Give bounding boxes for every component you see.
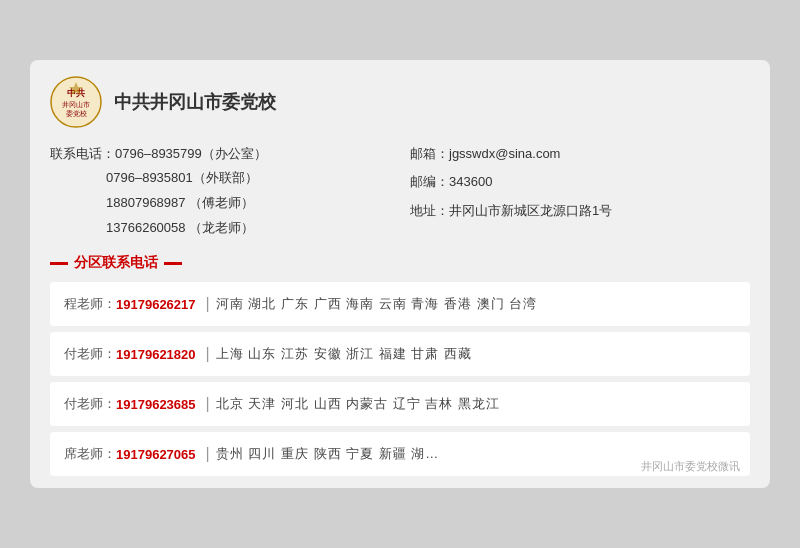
address-label: 地址： bbox=[410, 203, 449, 218]
section-divider: 分区联系电话 bbox=[50, 254, 750, 272]
separator-4: | bbox=[206, 445, 210, 463]
email-row: 邮箱：jgsswdx@sina.com bbox=[410, 142, 750, 167]
region-list: 程老师： 19179626217 | 河南 湖北 广东 广西 海南 云南 青海 … bbox=[50, 282, 750, 476]
phone-1: 0796–8935799（办公室） bbox=[115, 146, 267, 161]
region-item-2: 付老师： 19179621820 | 上海 山东 江苏 安徽 浙江 福建 甘肃 … bbox=[50, 332, 750, 376]
contact-grid: 联系电话：0796–8935799（办公室） 0796–8935801（外联部）… bbox=[50, 142, 750, 241]
region-item-1: 程老师： 19179626217 | 河南 湖北 广东 广西 海南 云南 青海 … bbox=[50, 282, 750, 326]
phone-label: 联系电话： bbox=[50, 146, 115, 161]
divider-line-left bbox=[50, 262, 68, 265]
teacher-name-1: 程老师： bbox=[64, 295, 116, 313]
regions-1: 河南 湖北 广东 广西 海南 云南 青海 香港 澳门 台湾 bbox=[216, 295, 538, 313]
zip-row: 邮编：343600 bbox=[410, 170, 750, 195]
teacher-phone-4: 19179627065 bbox=[116, 447, 196, 462]
phone-4: 13766260058 （龙老师） bbox=[106, 220, 254, 235]
zip-label: 邮编： bbox=[410, 174, 449, 189]
email-label: 邮箱： bbox=[410, 146, 449, 161]
region-item-3: 付老师： 19179623685 | 北京 天津 河北 山西 内蒙古 辽宁 吉林… bbox=[50, 382, 750, 426]
phone-3: 18807968987 （傅老师） bbox=[106, 195, 254, 210]
teacher-name-3: 付老师： bbox=[64, 395, 116, 413]
separator-1: | bbox=[206, 295, 210, 313]
region-item-4: 席老师： 19179627065 | 贵州 四川 重庆 陕西 宁夏 新疆 湖… … bbox=[50, 432, 750, 476]
teacher-phone-2: 19179621820 bbox=[116, 347, 196, 362]
section-title: 分区联系电话 bbox=[74, 254, 158, 272]
regions-3: 北京 天津 河北 山西 内蒙古 辽宁 吉林 黑龙江 bbox=[216, 395, 500, 413]
watermark: 井冈山市委党校微讯 bbox=[641, 459, 740, 474]
zip-value: 343600 bbox=[449, 174, 492, 189]
phone-row-2: 0796–8935801（外联部） bbox=[50, 166, 390, 191]
teacher-phone-1: 19179626217 bbox=[116, 297, 196, 312]
email-value: jgsswdx@sina.com bbox=[449, 146, 560, 161]
separator-3: | bbox=[206, 395, 210, 413]
main-card: 中共 井冈山市 委党校 中共井冈山市委党校 联系电话：0796–8935799（… bbox=[30, 60, 770, 489]
contact-right: 邮箱：jgsswdx@sina.com 邮编：343600 地址：井冈山市新城区… bbox=[410, 142, 750, 241]
svg-text:井冈山市: 井冈山市 bbox=[62, 101, 90, 108]
teacher-name-2: 付老师： bbox=[64, 345, 116, 363]
divider-line-right bbox=[164, 262, 182, 265]
teacher-phone-3: 19179623685 bbox=[116, 397, 196, 412]
contact-left: 联系电话：0796–8935799（办公室） 0796–8935801（外联部）… bbox=[50, 142, 390, 241]
regions-2: 上海 山东 江苏 安徽 浙江 福建 甘肃 西藏 bbox=[216, 345, 472, 363]
address-value: 井冈山市新城区龙源口路1号 bbox=[449, 203, 612, 218]
svg-text:委党校: 委党校 bbox=[66, 110, 87, 118]
phone-2: 0796–8935801（外联部） bbox=[106, 170, 258, 185]
regions-4: 贵州 四川 重庆 陕西 宁夏 新疆 湖… bbox=[216, 445, 440, 463]
phone-row-3: 18807968987 （傅老师） bbox=[50, 191, 390, 216]
phone-row-4: 13766260058 （龙老师） bbox=[50, 216, 390, 241]
header: 中共 井冈山市 委党校 中共井冈山市委党校 bbox=[50, 76, 750, 128]
teacher-name-4: 席老师： bbox=[64, 445, 116, 463]
phone-row-1: 联系电话：0796–8935799（办公室） bbox=[50, 142, 390, 167]
org-name: 中共井冈山市委党校 bbox=[114, 90, 276, 114]
separator-2: | bbox=[206, 345, 210, 363]
logo-icon: 中共 井冈山市 委党校 bbox=[50, 76, 102, 128]
address-row: 地址：井冈山市新城区龙源口路1号 bbox=[410, 199, 750, 224]
